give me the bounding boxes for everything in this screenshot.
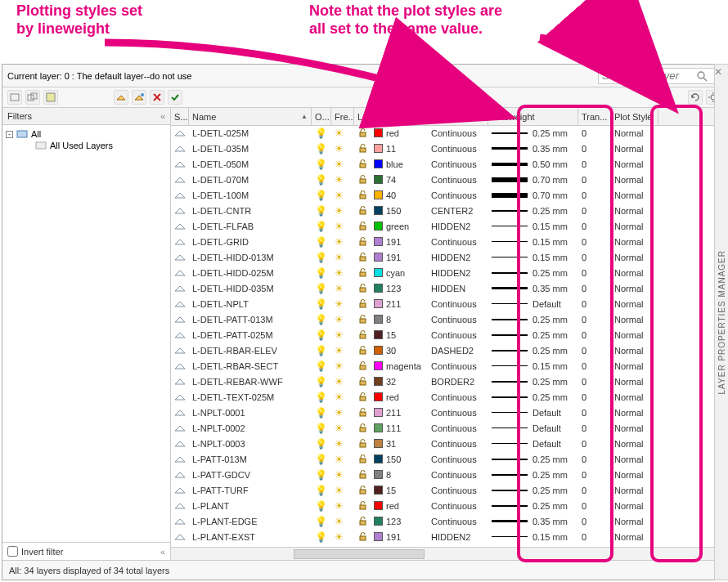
cell-transparency[interactable]: 0: [578, 437, 611, 451]
col-header-linetype[interactable]: Linetype: [428, 108, 488, 124]
col-header-status[interactable]: S...: [171, 108, 189, 124]
cell-color[interactable]: 191: [371, 235, 428, 249]
cell-lineweight[interactable]: Default: [488, 421, 578, 436]
cell-lock[interactable]: [354, 343, 371, 358]
cell-plotstyle[interactable]: Normal: [611, 421, 658, 436]
cell-transparency[interactable]: 0: [578, 359, 611, 374]
cell-lock[interactable]: [354, 157, 371, 172]
grid-body[interactable]: L-DETL-025M💡☀redContinuous0.25 mm0Normal…: [171, 126, 726, 548]
col-header-name[interactable]: Name▲: [189, 108, 312, 124]
new-layer-vp-icon[interactable]: [132, 90, 146, 105]
cell-lineweight[interactable]: Default: [488, 437, 578, 451]
table-row[interactable]: L-PLANT-EXST💡☀191HIDDEN20.15 mm0Normal: [171, 530, 726, 545]
cell-transparency[interactable]: 0: [578, 499, 611, 513]
cell-plotstyle[interactable]: Normal: [611, 499, 658, 513]
col-header-lineweight[interactable]: Lineweight: [488, 108, 578, 124]
cell-color[interactable]: 8: [371, 312, 428, 327]
col-header-trans[interactable]: Tran...: [578, 108, 611, 124]
cell-freeze[interactable]: ☀: [331, 172, 354, 187]
table-row[interactable]: L-NPLT-0001💡☀211ContinuousDefault0Normal: [171, 405, 726, 421]
cell-name[interactable]: L-DETL-HIDD-013M: [189, 250, 312, 265]
cell-linetype[interactable]: Continuous: [428, 157, 488, 172]
cell-on[interactable]: 💡: [312, 312, 331, 327]
cell-name[interactable]: L-DETL-HIDD-035M: [189, 281, 312, 296]
table-row[interactable]: L-PLANT💡☀redContinuous0.25 mm0Normal: [171, 499, 726, 514]
cell-color[interactable]: 191: [371, 250, 428, 265]
cell-lock[interactable]: [354, 281, 371, 296]
new-layer-icon[interactable]: [114, 90, 128, 105]
table-row[interactable]: L-PATT-GDCV💡☀8Continuous0.25 mm0Normal: [171, 468, 726, 483]
cell-on[interactable]: 💡: [312, 514, 331, 529]
cell-freeze[interactable]: ☀: [331, 359, 354, 374]
col-header-color[interactable]: Color: [371, 108, 428, 124]
cell-lock[interactable]: [354, 374, 371, 389]
cell-color[interactable]: 191: [371, 530, 428, 544]
cell-name[interactable]: L-NPLT-0001: [189, 405, 312, 420]
cell-on[interactable]: 💡: [312, 219, 331, 234]
cell-linetype[interactable]: Continuous: [428, 421, 488, 436]
cell-linetype[interactable]: Continuous: [428, 172, 488, 187]
cell-lock[interactable]: [354, 126, 371, 141]
cell-lineweight[interactable]: 0.25 mm: [488, 468, 578, 482]
cell-transparency[interactable]: 0: [578, 468, 611, 482]
cell-color[interactable]: 40: [371, 188, 428, 203]
table-row[interactable]: L-DETL-HIDD-013M💡☀191HIDDEN20.15 mm0Norm…: [171, 250, 726, 266]
cell-color[interactable]: 211: [371, 297, 428, 311]
cell-color[interactable]: blue: [371, 157, 428, 172]
cell-name[interactable]: L-DETL-PATT-013M: [189, 312, 312, 327]
cell-status[interactable]: [171, 266, 189, 280]
cell-on[interactable]: 💡: [312, 530, 331, 544]
cell-status[interactable]: [171, 157, 189, 172]
cell-plotstyle[interactable]: Normal: [611, 250, 658, 265]
refresh-icon[interactable]: [688, 90, 703, 105]
cell-status[interactable]: [171, 374, 189, 389]
cell-transparency[interactable]: 0: [578, 188, 611, 203]
cell-lock[interactable]: [354, 266, 371, 280]
cell-on[interactable]: 💡: [312, 281, 331, 296]
cell-lineweight[interactable]: 0.15 mm: [488, 530, 578, 544]
invert-filter-checkbox[interactable]: [7, 546, 18, 557]
cell-name[interactable]: L-PLANT-EDGE: [189, 514, 312, 529]
cell-transparency[interactable]: 0: [578, 219, 611, 234]
cell-name[interactable]: L-DETL-RBAR-SECT: [189, 359, 312, 374]
cell-lock[interactable]: [354, 359, 371, 374]
cell-freeze[interactable]: ☀: [331, 530, 354, 544]
cell-linetype[interactable]: Continuous: [428, 188, 488, 203]
cell-transparency[interactable]: 0: [578, 141, 611, 156]
cell-on[interactable]: 💡: [312, 437, 331, 451]
cell-lineweight[interactable]: 0.70 mm: [488, 172, 578, 187]
cell-on[interactable]: 💡: [312, 188, 331, 203]
table-row[interactable]: L-PLANT-EDGE💡☀123Continuous0.35 mm0Norma…: [171, 514, 726, 530]
cell-lineweight[interactable]: 0.25 mm: [488, 483, 578, 498]
cell-status[interactable]: [171, 219, 189, 234]
cell-freeze[interactable]: ☀: [331, 312, 354, 327]
table-row[interactable]: L-DETL-REBAR-WWF💡☀32BORDER20.25 mm0Norma…: [171, 374, 726, 390]
cell-on[interactable]: 💡: [312, 343, 331, 358]
cell-plotstyle[interactable]: Normal: [611, 405, 658, 420]
cell-on[interactable]: 💡: [312, 235, 331, 249]
cell-linetype[interactable]: Continuous: [428, 312, 488, 327]
cell-status[interactable]: [171, 483, 189, 498]
cell-freeze[interactable]: ☀: [331, 374, 354, 389]
cell-linetype[interactable]: Continuous: [428, 235, 488, 249]
cell-transparency[interactable]: 0: [578, 514, 611, 529]
tree-node-all[interactable]: - All: [6, 128, 167, 140]
cell-transparency[interactable]: 0: [578, 328, 611, 342]
cell-freeze[interactable]: ☀: [331, 343, 354, 358]
cell-lock[interactable]: [354, 514, 371, 529]
cell-color[interactable]: 150: [371, 452, 428, 467]
cell-name[interactable]: L-PLANT: [189, 499, 312, 513]
cell-freeze[interactable]: ☀: [331, 188, 354, 203]
cell-name[interactable]: L-PATT-GDCV: [189, 468, 312, 482]
cell-lock[interactable]: [354, 421, 371, 436]
cell-linetype[interactable]: Continuous: [428, 452, 488, 467]
layer-states-icon[interactable]: [43, 90, 58, 105]
cell-name[interactable]: L-NPLT-0002: [189, 421, 312, 436]
cell-name[interactable]: L-DETL-HIDD-025M: [189, 266, 312, 280]
cell-on[interactable]: 💡: [312, 499, 331, 513]
cell-lineweight[interactable]: 0.35 mm: [488, 281, 578, 296]
cell-plotstyle[interactable]: Normal: [611, 437, 658, 451]
cell-status[interactable]: [171, 188, 189, 203]
cell-plotstyle[interactable]: Normal: [611, 452, 658, 467]
cell-linetype[interactable]: Continuous: [428, 514, 488, 529]
